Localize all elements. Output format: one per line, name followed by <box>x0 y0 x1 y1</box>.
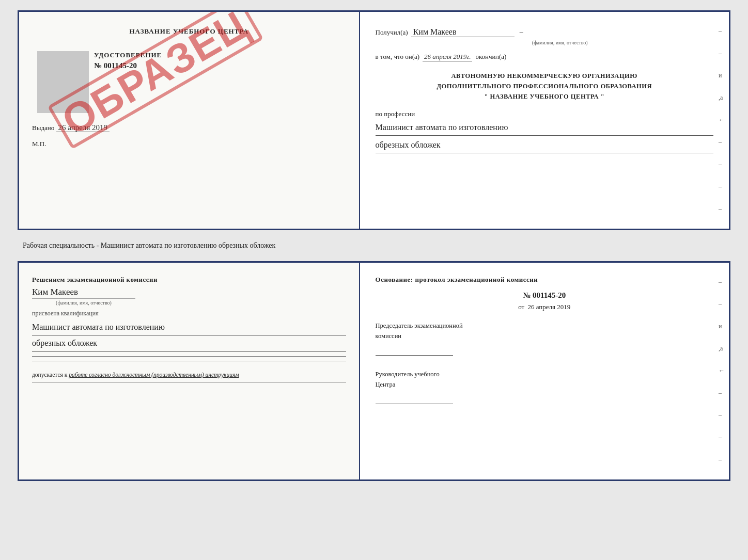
between-text: Рабочая специальность - Машинист автомат… <box>23 242 275 249</box>
right-edge-marks-2: ––и,а←–––– <box>719 278 725 463</box>
qualification-line1: Машинист автомата по изготовлению <box>32 319 346 335</box>
profession-line2: обрезных обложек <box>376 138 713 153</box>
mp-label: М.П. <box>32 140 346 148</box>
udostoverenie-block: УДОСТОВЕРЕНИЕ № 001145-20 <box>94 46 346 70</box>
poluchil-label: Получил(а) <box>376 28 408 37</box>
center-title-top: НАЗВАНИЕ УЧЕБНОГО ЦЕНТРА <box>32 27 346 36</box>
poluchil-name: Ким Макеев <box>411 27 515 37</box>
qualification-line2: обрезных обложек <box>32 335 346 351</box>
document-top: НАЗВАНИЕ УЧЕБНОГО ЦЕНТРА УДОСТОВЕРЕНИЕ №… <box>18 10 730 230</box>
predsedatel-line1: Председатель экзаменационной <box>376 321 713 331</box>
po-professii-label: по профессии <box>376 110 415 118</box>
po-professii-block: по профессии Машинист автомата по изгото… <box>376 110 713 153</box>
udost-label: УДОСТОВЕРЕНИЕ <box>94 51 346 59</box>
vydano-date: 26 апреля 2019 <box>56 123 110 132</box>
protocol-number: № 001145-20 <box>376 291 713 300</box>
dopuskaetsya-block: допускается к работе согласно должностны… <box>32 372 346 378</box>
protocol-date: от 26 апреля 2019 <box>376 303 713 311</box>
vtom-line: в том, что он(а) 26 апреля 2019г. окончи… <box>376 53 713 61</box>
osnovanie-title: Основание: протокол экзаменационной коми… <box>376 276 713 284</box>
rukovoditel-line2: Центра <box>376 379 713 390</box>
vtom-date: 26 апреля 2019г. <box>423 53 472 61</box>
vtom-label: в том, что он(а) <box>376 53 420 61</box>
vydano-line: Выдано 26 апреля 2019 <box>32 118 346 132</box>
doc-bottom-left: Решением экзаменационной комиссии Ким Ма… <box>19 263 360 479</box>
org-line3: " НАЗВАНИЕ УЧЕБНОГО ЦЕНТРА " <box>376 91 713 102</box>
rukovoditel-line1: Руководитель учебного <box>376 369 713 379</box>
fio-hint-top: (фамилия, имя, отчество) <box>407 40 713 45</box>
sign-line-rukovoditel <box>376 394 453 404</box>
udost-number: № 001145-20 <box>94 61 346 70</box>
org-line2: ДОПОЛНИТЕЛЬНОГО ПРОФЕССИОНАЛЬНОГО ОБРАЗО… <box>376 81 713 91</box>
doc-top-right: Получил(а) Ким Макеев – (фамилия, имя, о… <box>360 12 729 229</box>
poluchil-line: Получил(а) Ким Макеев – <box>376 27 713 37</box>
dopusk-italic: работе согласно должностным (производств… <box>69 372 239 378</box>
komissia-name: Ким Макеев <box>32 287 346 297</box>
doc-bottom-right: Основание: протокол экзаменационной коми… <box>360 263 729 479</box>
photo-placeholder <box>37 51 89 113</box>
between-docs: Рабочая специальность - Машинист автомат… <box>18 238 730 253</box>
vydano-label: Выдано <box>32 124 54 132</box>
rukovoditel-block: Руководитель учебного Центра <box>376 369 713 407</box>
right-edge-marks: ––и,а←–––– <box>719 27 725 213</box>
prisvoena-label: присвоена квалификация <box>32 310 346 317</box>
doc-top-left: НАЗВАНИЕ УЧЕБНОГО ЦЕНТРА УДОСТОВЕРЕНИЕ №… <box>19 12 360 229</box>
org-line1: АВТОНОМНУЮ НЕКОММЕРЧЕСКУЮ ОРГАНИЗАЦИЮ <box>376 71 713 81</box>
predsedatel-block: Председатель экзаменационной комиссии <box>376 321 713 359</box>
resheniem-label: Решением экзаменационной комиссии <box>32 276 346 284</box>
document-bottom: Решением экзаменационной комиссии Ким Ма… <box>18 261 730 481</box>
protocol-date-prefix: от <box>518 303 524 311</box>
fio-hint-bottom: (фамилия, имя, отчество) <box>32 298 135 306</box>
protocol-date-value: 26 апреля 2019 <box>527 303 570 311</box>
okonchil-label: окончил(а) <box>475 53 506 61</box>
profession-line1: Машинист автомата по изготовлению <box>376 120 713 136</box>
org-block: АВТОНОМНУЮ НЕКОММЕРЧЕСКУЮ ОРГАНИЗАЦИЮ ДО… <box>376 71 713 102</box>
predsedatel-line2: комиссии <box>376 331 713 341</box>
dopusk-prefix: допускается к <box>32 372 67 378</box>
sign-line-predsedatel <box>376 345 453 356</box>
